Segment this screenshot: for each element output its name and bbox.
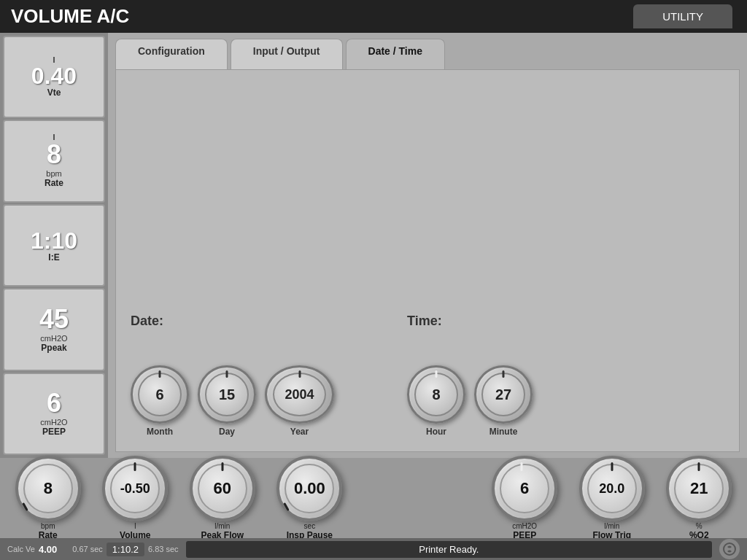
bottom-peakflow-container: 60 l/min Peak Flow	[182, 456, 263, 540]
metric-tick-vte	[53, 57, 55, 63]
calc-ve-label: Calc Ve	[7, 545, 35, 553]
day-dial-value: 15	[205, 373, 249, 416]
year-dial-value: 2004	[273, 373, 326, 416]
svg-point-0	[724, 543, 735, 555]
metric-ppeak[interactable]: 45 cmH2O Ppeak	[3, 288, 105, 370]
bottom-rate-value: 8	[23, 464, 73, 513]
tab-input-output[interactable]: Input / Output	[231, 39, 343, 69]
scroll-icon[interactable]	[719, 539, 740, 559]
minute-dial-value: 27	[481, 373, 525, 416]
tabs: Configuration Input / Output Date / Time	[108, 33, 747, 69]
bottom-o2-dial[interactable]: 21	[666, 456, 732, 521]
metric-peep[interactable]: 6 cmH2O PEEP	[3, 373, 105, 455]
calc-ve-value: 4.00	[39, 544, 57, 555]
bottom-o2-value: 21	[674, 464, 724, 513]
bottom-o2-container: 21 % %O2	[658, 456, 740, 540]
bottom-panel: 8 bpm Rate -0.50 l Volume 60 l/min Peak …	[0, 458, 747, 538]
bottom-volume-unit: l	[134, 522, 136, 530]
bottom-o2-tick	[698, 462, 700, 471]
metric-unit-peep: cmH2O	[40, 418, 67, 427]
ie-left-time: 0.67 sec	[72, 545, 103, 553]
bottom-flowtrig-value: 20.0	[587, 464, 637, 513]
ie-ratio: 1:10.2	[107, 542, 144, 556]
date-label: Date:	[131, 314, 327, 329]
year-dial[interactable]: 2004	[265, 365, 334, 424]
time-dials: 8 Hour 27 Minute	[407, 365, 533, 437]
bottom-peakflow-tick	[221, 462, 223, 471]
year-dial-tick	[298, 370, 301, 378]
bottom-volume-dial[interactable]: -0.50	[102, 456, 168, 521]
bottom-volume-container: -0.50 l Volume	[95, 456, 177, 540]
metric-value-ppeak: 45	[39, 306, 69, 332]
metric-vte[interactable]: 0.40 Vte	[3, 36, 105, 118]
year-dial-label: Year	[290, 427, 309, 437]
metric-unit-ppeak: cmH2O	[40, 334, 67, 343]
bottom-volume-tick	[134, 462, 136, 471]
month-dial-tick	[159, 370, 161, 378]
metric-label-rate: Rate	[44, 178, 63, 188]
date-group: Date: 6 Month 15 Day	[131, 314, 334, 437]
metric-ie[interactable]: 1:10 I:E	[3, 204, 105, 287]
minute-dial-container: 27 Minute	[474, 365, 533, 437]
minute-dial-label: Minute	[489, 427, 518, 437]
bottom-peep-dial[interactable]: 6	[492, 456, 557, 521]
scroll-svg	[722, 542, 737, 556]
bottom-insppause-tick	[284, 502, 290, 511]
tab-configuration[interactable]: Configuration	[115, 39, 228, 69]
metric-value-rate: 8	[47, 141, 61, 168]
metric-value-ie: 1:10	[31, 229, 77, 252]
header: VOLUME A/C UTILITY	[0, 0, 747, 33]
bottom-insppause-dial[interactable]: 0.00	[276, 456, 342, 521]
tab-date-time[interactable]: Date / Time	[346, 39, 445, 69]
year-dial-container: 2004 Year	[265, 365, 334, 437]
metric-value-peep: 6	[47, 390, 61, 416]
main-content: Configuration Input / Output Date / Time…	[108, 33, 747, 458]
hour-dial-container: 8 Hour	[407, 365, 465, 437]
date-dials: 6 Month 15 Day 2004	[131, 365, 334, 437]
day-dial-label: Day	[219, 427, 235, 437]
hour-dial[interactable]: 8	[407, 365, 465, 424]
bottom-flowtrig-container: 20.0 l/min Flow Trig	[571, 456, 653, 540]
datetime-area: Date: 6 Month 15 Day	[131, 314, 724, 437]
day-dial-container: 15 Day	[198, 365, 256, 437]
bottom-o2-unit: %	[696, 522, 703, 530]
bottom-peakflow-unit: l/min	[214, 522, 230, 530]
bottom-peep-value: 6	[500, 464, 549, 513]
metric-unit-rate: bpm	[46, 169, 61, 178]
bottom-peakflow-dial[interactable]: 60	[190, 456, 255, 521]
utility-tab[interactable]: UTILITY	[633, 4, 732, 28]
bottom-flowtrig-tick	[611, 462, 613, 471]
hour-dial-value: 8	[414, 373, 458, 416]
month-dial-value: 6	[138, 373, 182, 416]
bottom-peep-container: 6 cmH2O PEEP	[484, 456, 565, 540]
bottom-insppause-value: 0.00	[285, 464, 334, 513]
ie-section: 0.67 sec 1:10.2 6.83 sec	[72, 542, 178, 556]
bottom-rate-container: 8 bpm Rate	[7, 456, 89, 540]
bottom-rate-unit: bpm	[41, 522, 55, 530]
bottom-peep-tick	[521, 462, 523, 471]
bottom-flowtrig-dial[interactable]: 20.0	[579, 456, 645, 521]
month-dial[interactable]: 6	[131, 365, 189, 424]
metric-label-vte: Vte	[47, 88, 61, 98]
bottom-peakflow-value: 60	[198, 464, 247, 513]
day-dial[interactable]: 15	[198, 365, 256, 424]
ie-right-time: 6.83 sec	[148, 545, 179, 553]
metric-rate[interactable]: 8 bpm Rate	[3, 120, 105, 202]
bottom-rate-tick	[22, 502, 28, 511]
metric-label-ie: I:E	[48, 252, 59, 262]
bottom-volume-value: -0.50	[110, 464, 160, 513]
month-dial-container: 6 Month	[131, 365, 189, 437]
time-label: Time:	[407, 314, 525, 329]
status-bar: Calc Ve 4.00 0.67 sec 1:10.2 6.83 sec Pr…	[0, 538, 747, 560]
calc-ve-section: Calc Ve 4.00	[7, 544, 57, 555]
month-dial-label: Month	[147, 427, 173, 437]
minute-dial-tick	[503, 370, 505, 378]
day-dial-tick	[226, 370, 228, 378]
bottom-insppause-container: 0.00 sec Insp Pause	[269, 456, 351, 540]
status-divider-1	[64, 540, 65, 558]
status-message: Printer Ready.	[186, 541, 712, 558]
hour-dial-tick	[436, 370, 438, 378]
bottom-rate-dial[interactable]: 8	[15, 456, 81, 521]
time-group: Time: 8 Hour 27 Minute	[407, 314, 533, 437]
minute-dial[interactable]: 27	[474, 365, 533, 424]
